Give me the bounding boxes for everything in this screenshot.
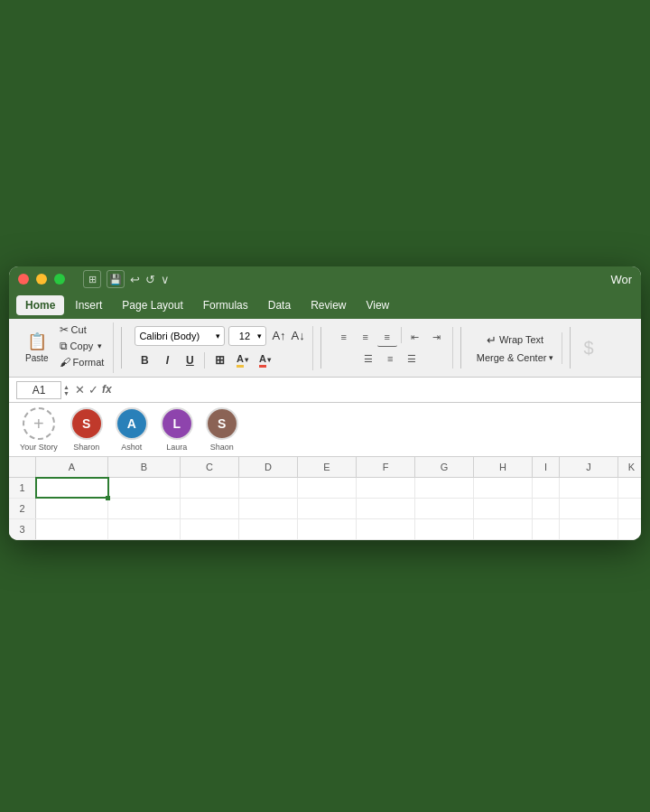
cell-c2[interactable] bbox=[181, 499, 239, 518]
cut-button[interactable]: ✂ Cut bbox=[56, 322, 108, 337]
more-tools-icon[interactable]: ∨ bbox=[161, 273, 170, 286]
font-color-button[interactable]: A ▾ bbox=[255, 350, 274, 370]
cell-d2[interactable] bbox=[239, 499, 298, 518]
cell-j3[interactable] bbox=[560, 519, 618, 539]
format-painter-button[interactable]: 🖌 Format bbox=[56, 355, 108, 369]
cell-g3[interactable] bbox=[415, 519, 474, 539]
redo-icon[interactable]: ↺ bbox=[145, 273, 155, 286]
cell-g2[interactable] bbox=[415, 499, 474, 518]
cell-b2[interactable] bbox=[108, 499, 181, 518]
cell-f2[interactable] bbox=[357, 499, 415, 518]
align-top-button[interactable]: ≡ bbox=[334, 327, 354, 347]
cell-c1[interactable] bbox=[181, 478, 239, 498]
col-header-c[interactable]: C bbox=[181, 457, 239, 477]
font-increase-button[interactable]: A↑ bbox=[270, 328, 287, 343]
cell-k2[interactable] bbox=[618, 499, 641, 518]
name-box-arrow[interactable]: ▲ ▼ bbox=[63, 384, 70, 397]
align-center-button[interactable]: ≡ bbox=[380, 349, 400, 369]
merge-center-button[interactable]: Merge & Center ▾ bbox=[474, 351, 557, 364]
bold-button[interactable]: B bbox=[135, 350, 154, 370]
cell-h2[interactable] bbox=[474, 499, 533, 518]
menu-home[interactable]: Home bbox=[16, 295, 64, 315]
menu-insert[interactable]: Insert bbox=[66, 295, 111, 315]
col-header-f[interactable]: F bbox=[357, 457, 415, 477]
row-num-2: 2 bbox=[9, 499, 36, 518]
border-button[interactable]: ⊞ bbox=[209, 350, 229, 370]
align-middle-button[interactable]: ≡ bbox=[356, 327, 376, 347]
paste-button[interactable]: 📋 Paste bbox=[22, 324, 52, 369]
cell-e1[interactable] bbox=[298, 478, 357, 498]
underline-button[interactable]: U bbox=[180, 350, 200, 370]
col-header-b[interactable]: B bbox=[108, 457, 181, 477]
formula-input[interactable] bbox=[117, 388, 634, 392]
italic-button[interactable]: I bbox=[157, 350, 177, 370]
col-header-i[interactable]: I bbox=[533, 457, 560, 477]
col-header-h[interactable]: H bbox=[474, 457, 533, 477]
cell-j1[interactable] bbox=[560, 478, 618, 498]
cell-j2[interactable] bbox=[560, 499, 618, 518]
cell-f3[interactable] bbox=[357, 519, 415, 539]
cell-h3[interactable] bbox=[474, 519, 533, 539]
menu-formulas[interactable]: Formulas bbox=[194, 295, 257, 315]
menu-review[interactable]: Review bbox=[302, 295, 355, 315]
col-header-a[interactable]: A bbox=[36, 457, 108, 477]
save-icon[interactable]: 💾 bbox=[107, 270, 125, 288]
copy-button[interactable]: ⧉ Copy ▾ bbox=[56, 339, 108, 353]
cell-a3[interactable] bbox=[36, 519, 108, 539]
cell-a1[interactable] bbox=[36, 478, 108, 498]
collaborator-laura[interactable]: L Laura bbox=[161, 407, 193, 452]
align-left-button[interactable]: ☰ bbox=[358, 349, 378, 369]
cell-k1[interactable] bbox=[618, 478, 641, 498]
menu-page-layout[interactable]: Page Layout bbox=[113, 295, 191, 315]
collaborator-sharon[interactable]: S Sharon bbox=[70, 407, 103, 452]
cell-b3[interactable] bbox=[108, 519, 181, 539]
sidebar-toggle-icon[interactable]: ⊞ bbox=[83, 270, 101, 288]
cell-b1[interactable] bbox=[108, 478, 181, 498]
copy-dropdown-arrow[interactable]: ▾ bbox=[98, 341, 102, 350]
close-button[interactable] bbox=[18, 274, 29, 285]
indent-increase-button[interactable]: ⇥ bbox=[427, 327, 447, 347]
name-box[interactable]: A1 bbox=[16, 381, 61, 399]
minimize-button[interactable] bbox=[36, 274, 47, 285]
collaborator-ashot[interactable]: A Ashot bbox=[116, 407, 148, 452]
undo-icon[interactable]: ↩ bbox=[130, 273, 140, 286]
align-right-button[interactable]: ☰ bbox=[402, 349, 422, 369]
col-header-k[interactable]: K bbox=[618, 457, 641, 477]
font-name-arrow[interactable]: ▾ bbox=[216, 331, 220, 341]
font-size-arrow[interactable]: ▾ bbox=[257, 331, 262, 341]
formula-bar: A1 ▲ ▼ ✕ ✓ fx bbox=[9, 378, 641, 403]
collaborator-shaon[interactable]: S Shaon bbox=[206, 407, 238, 452]
menu-view[interactable]: View bbox=[357, 295, 398, 315]
cell-a2[interactable] bbox=[36, 499, 108, 518]
indent-decrease-button[interactable]: ⇤ bbox=[405, 327, 425, 347]
add-story-collaborator[interactable]: + Your Story bbox=[20, 407, 58, 452]
cell-i3[interactable] bbox=[533, 519, 560, 539]
font-size-dropdown[interactable]: 12 ▾ bbox=[228, 326, 266, 346]
cell-e3[interactable] bbox=[298, 519, 357, 539]
col-header-e[interactable]: E bbox=[298, 457, 357, 477]
confirm-formula-icon[interactable]: ✓ bbox=[88, 383, 98, 397]
font-name-dropdown[interactable]: Calibri (Body) ▾ bbox=[135, 326, 225, 346]
cell-i2[interactable] bbox=[533, 499, 560, 518]
fill-color-button[interactable]: A ▾ bbox=[232, 350, 252, 370]
insert-function-icon[interactable]: fx bbox=[102, 383, 112, 397]
col-header-g[interactable]: G bbox=[415, 457, 474, 477]
maximize-button[interactable] bbox=[54, 274, 65, 285]
menu-data[interactable]: Data bbox=[259, 295, 300, 315]
col-header-d[interactable]: D bbox=[239, 457, 298, 477]
cell-c3[interactable] bbox=[181, 519, 239, 539]
cell-i1[interactable] bbox=[533, 478, 560, 498]
cell-d3[interactable] bbox=[239, 519, 298, 539]
cell-d1[interactable] bbox=[239, 478, 298, 498]
merge-dropdown-arrow[interactable]: ▾ bbox=[549, 353, 553, 362]
cell-k3[interactable] bbox=[618, 519, 641, 539]
cancel-formula-icon[interactable]: ✕ bbox=[75, 383, 85, 397]
cell-g1[interactable] bbox=[415, 478, 474, 498]
wrap-text-button[interactable]: ↵ Wrap Text bbox=[484, 332, 546, 348]
cell-e2[interactable] bbox=[298, 499, 357, 518]
cell-f1[interactable] bbox=[357, 478, 415, 498]
font-decrease-button[interactable]: A↓ bbox=[290, 328, 307, 343]
cell-h1[interactable] bbox=[474, 478, 533, 498]
col-header-j[interactable]: J bbox=[560, 457, 618, 477]
align-bottom-button[interactable]: ≡ bbox=[377, 327, 397, 347]
